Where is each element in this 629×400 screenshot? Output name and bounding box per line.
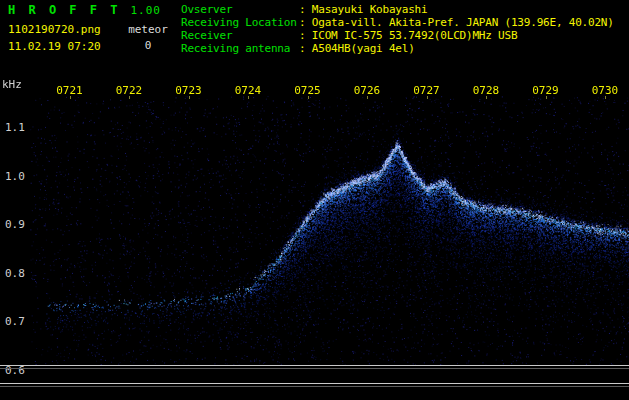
hrofft-screen: H R O F F T 1.00 1102190720.png meteor 0… <box>0 0 629 400</box>
level-panel-line <box>0 386 629 387</box>
time-tick-label: 0726 <box>354 84 381 97</box>
time-tick-label: 0723 <box>175 84 202 97</box>
time-tick-label: 0728 <box>473 84 500 97</box>
level-panel-line <box>0 368 629 369</box>
freq-tick-label: 1.0 <box>5 170 25 183</box>
level-panel-line <box>0 383 629 384</box>
time-tick-label: 0721 <box>56 84 83 97</box>
time-tick-label: 0727 <box>413 84 440 97</box>
time-tick-label: 0729 <box>532 84 559 97</box>
time-tick-label: 0730 <box>592 84 619 97</box>
time-tick-label: 0725 <box>294 84 321 97</box>
spectrogram-canvas <box>30 96 629 366</box>
freq-tick-label: 0.9 <box>5 218 25 231</box>
freq-tick-label: 0.7 <box>5 315 25 328</box>
time-tick-label: 0722 <box>116 84 143 97</box>
level-panel-line <box>0 365 629 366</box>
spectrogram-plot: 0721072207230724072507260727072807290730… <box>0 0 629 400</box>
freq-axis-unit: kHz <box>2 78 22 91</box>
time-tick-label: 0724 <box>235 84 262 97</box>
freq-tick-label: 1.1 <box>5 121 25 134</box>
freq-tick-label: 0.8 <box>5 267 25 280</box>
